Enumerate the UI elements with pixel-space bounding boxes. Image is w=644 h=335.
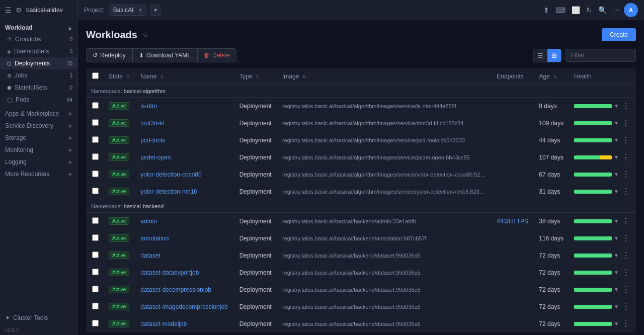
favorite-icon[interactable]: ☆ xyxy=(142,31,149,39)
name-header[interactable]: Name ⇅ xyxy=(135,68,234,85)
row-more-icon[interactable]: ⋮ xyxy=(622,135,630,145)
row-checkbox[interactable] xyxy=(92,188,99,194)
image-header[interactable]: Image ⇅ xyxy=(277,68,492,85)
sidebar-item-apps-marketplace[interactable]: Apps & Marketplace ▶ xyxy=(0,108,77,120)
row-checkbox-cell[interactable] xyxy=(86,281,104,298)
row-checkbox-cell[interactable] xyxy=(86,149,104,166)
select-all-header[interactable] xyxy=(86,68,104,85)
redeploy-button[interactable]: ↺ Redeploy xyxy=(86,48,132,62)
grid-view-button[interactable]: ⊞ xyxy=(547,49,561,62)
workload-name-link[interactable]: dataset-decompressionjob xyxy=(140,286,211,293)
create-button[interactable]: Create xyxy=(602,28,636,41)
health-expand-icon[interactable]: ▼ xyxy=(614,270,619,275)
row-more-icon[interactable]: ⋮ xyxy=(622,285,630,294)
more-icon[interactable]: ⋯ xyxy=(613,6,620,14)
sidebar-item-cronjobs[interactable]: ⏱ CronJobs 0 xyxy=(0,33,77,45)
row-checkbox-cell[interactable] xyxy=(86,183,104,200)
list-view-button[interactable]: ☰ xyxy=(533,49,547,62)
row-more-icon[interactable]: ⋮ xyxy=(622,233,630,243)
workload-name-link[interactable]: pcd-tools xyxy=(140,137,165,144)
row-checkbox[interactable] xyxy=(92,234,99,241)
row-more-icon[interactable]: ⋮ xyxy=(622,250,630,260)
workload-name-link[interactable]: dataset xyxy=(140,252,160,259)
sidebar-item-daemonsets[interactable]: ◈ DaemonSets 0 xyxy=(0,45,77,57)
health-expand-icon[interactable]: ▼ xyxy=(614,120,619,126)
row-more-icon[interactable]: ⋮ xyxy=(622,302,630,311)
row-checkbox[interactable] xyxy=(92,102,99,109)
workload-name-link[interactable]: admin xyxy=(140,218,157,225)
type-header[interactable]: Type ⇅ xyxy=(234,68,277,85)
terminal-icon[interactable]: ⌨ xyxy=(555,6,566,14)
workload-group-header[interactable]: Workload ▲ xyxy=(0,20,77,33)
row-checkbox[interactable] xyxy=(92,153,99,160)
health-expand-icon[interactable]: ▼ xyxy=(614,189,619,194)
sidebar-item-pods[interactable]: ◯ Pods 64 xyxy=(0,94,77,106)
health-expand-icon[interactable]: ▼ xyxy=(614,103,619,109)
workload-name-link[interactable]: yolor-detection-coco80 xyxy=(140,171,201,178)
sidebar-item-more-resources[interactable]: More Resources ▶ xyxy=(0,168,77,180)
row-checkbox-cell[interactable] xyxy=(86,230,104,247)
copy-icon[interactable]: ⬜ xyxy=(572,6,580,14)
row-checkbox[interactable] xyxy=(92,320,99,326)
workload-name-link[interactable]: dataset-modeljob xyxy=(140,320,187,327)
search-icon[interactable]: 🔍 xyxy=(598,6,607,14)
row-checkbox[interactable] xyxy=(92,286,99,292)
row-checkbox[interactable] xyxy=(92,136,99,143)
project-close-icon[interactable]: × xyxy=(138,7,142,14)
sidebar-item-storage[interactable]: Storage ▶ xyxy=(0,132,77,144)
health-expand-icon[interactable]: ▼ xyxy=(614,154,619,160)
health-expand-icon[interactable]: ▼ xyxy=(614,235,619,241)
row-more-icon[interactable]: ⋮ xyxy=(622,152,630,162)
row-checkbox-cell[interactable] xyxy=(86,98,104,115)
row-checkbox[interactable] xyxy=(92,171,99,177)
age-header[interactable]: Age ⇅ xyxy=(534,68,569,85)
sidebar-item-jobs[interactable]: ⚙ Jobs 3 xyxy=(0,69,77,81)
workload-name-link[interactable]: pcdet-open xyxy=(140,154,171,161)
row-more-icon[interactable]: ⋮ xyxy=(622,216,630,226)
row-more-icon[interactable]: ⋮ xyxy=(622,118,630,128)
workload-name-link[interactable]: yolor-detection-nm16 xyxy=(140,188,197,195)
row-checkbox-cell[interactable] xyxy=(86,264,104,281)
gear-icon[interactable]: ⚙ xyxy=(16,6,22,14)
row-checkbox-cell[interactable] xyxy=(86,315,104,332)
row-checkbox-cell[interactable] xyxy=(86,115,104,132)
row-checkbox-cell[interactable] xyxy=(86,247,104,264)
row-checkbox[interactable] xyxy=(92,252,99,258)
row-checkbox[interactable] xyxy=(92,269,99,275)
health-expand-icon[interactable]: ▼ xyxy=(614,137,619,143)
endpoint-link[interactable]: 443/HTTPS xyxy=(497,218,528,225)
sidebar-item-monitoring[interactable]: Monitoring ▶ xyxy=(0,144,77,156)
health-expand-icon[interactable]: ▼ xyxy=(614,218,619,224)
row-more-icon[interactable]: ⋮ xyxy=(622,187,630,196)
filter-input[interactable] xyxy=(566,49,636,62)
row-checkbox-cell[interactable] xyxy=(86,132,104,149)
workload-name-link[interactable]: dataset-imagedecompressionjob xyxy=(140,303,227,310)
delete-button[interactable]: 🗑 Delete xyxy=(197,48,236,62)
health-expand-icon[interactable]: ▼ xyxy=(614,172,619,177)
row-checkbox-cell[interactable] xyxy=(86,213,104,230)
sidebar-item-logging[interactable]: Logging ▶ xyxy=(0,156,77,168)
upload-icon[interactable]: ⬆ xyxy=(543,6,549,14)
workload-name-link[interactable]: is-ritm xyxy=(140,103,157,110)
workload-name-link[interactable]: annotation xyxy=(140,235,169,242)
health-expand-icon[interactable]: ▼ xyxy=(614,321,619,326)
state-header[interactable]: State ⇅ xyxy=(104,68,135,85)
row-more-icon[interactable]: ⋮ xyxy=(622,268,630,277)
row-checkbox[interactable] xyxy=(92,303,99,309)
select-all-checkbox[interactable] xyxy=(92,72,99,79)
menu-icon[interactable]: ☰ xyxy=(5,6,12,14)
sidebar-item-service-discovery[interactable]: Service Discovery ▶ xyxy=(0,120,77,132)
row-more-icon[interactable]: ⋮ xyxy=(622,170,630,179)
row-checkbox[interactable] xyxy=(92,119,99,126)
row-more-icon[interactable]: ⋮ xyxy=(622,101,630,111)
health-expand-icon[interactable]: ▼ xyxy=(614,253,619,258)
health-expand-icon[interactable]: ▼ xyxy=(614,304,619,309)
sidebar-item-statefulsets[interactable]: ⬢ StatefulSets 0 xyxy=(0,81,77,94)
refresh-icon[interactable]: ↻ xyxy=(586,6,592,14)
user-avatar[interactable]: A xyxy=(624,3,638,17)
project-badge[interactable]: BasicAI × xyxy=(109,5,147,16)
project-dropdown[interactable]: ▾ xyxy=(150,5,160,16)
workload-name-link[interactable]: dataset-dataexportjob xyxy=(140,269,199,276)
row-checkbox[interactable] xyxy=(92,217,99,224)
row-more-icon[interactable]: ⋮ xyxy=(622,319,630,328)
